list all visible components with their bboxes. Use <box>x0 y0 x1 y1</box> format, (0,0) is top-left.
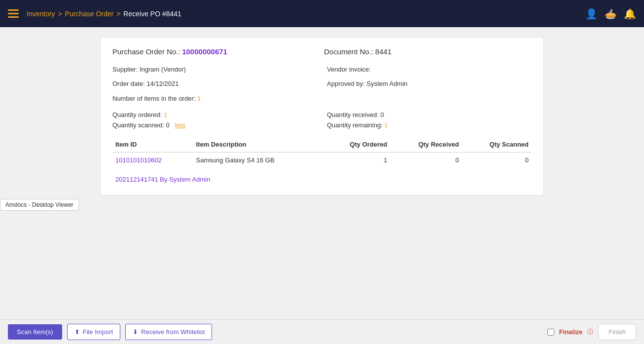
table-row: 1010101010602 Samsung Galaxy S4 16 GB 1 … <box>112 153 532 168</box>
cell-qty-ordered: 1 <box>323 153 391 168</box>
breadcrumb-inventory[interactable]: Inventory <box>27 10 55 18</box>
header: Inventory > Purchase Order > Receive PO … <box>0 0 644 27</box>
approved-by-label: Approved by: <box>327 80 365 87</box>
upload-icon: ⬆ <box>74 328 80 336</box>
breadcrumb: Inventory > Purchase Order > Receive PO … <box>27 10 181 18</box>
cell-item-id[interactable]: 1010101010602 <box>112 153 193 168</box>
approved-by-row: Approved by: System Admin <box>327 78 532 89</box>
doc-number-label: Document No.: <box>324 47 373 56</box>
approved-by-value-text: System Admin <box>366 80 407 87</box>
hamburger-menu[interactable] <box>8 9 19 18</box>
items-count-val-text: 1 <box>197 95 201 102</box>
qty-remaining-row: Quantity remaining: 1 <box>327 121 532 129</box>
doc-number-value: 8441 <box>375 47 392 56</box>
table-header-row: Item ID Item Description Qty Ordered Qty… <box>112 137 532 153</box>
items-count-row: Number of items in the order: 1 <box>112 93 317 104</box>
finish-button[interactable]: Finish <box>598 324 636 340</box>
col-item-id: Item ID <box>112 137 193 153</box>
item-id-link[interactable]: 1010101010602 <box>115 156 162 164</box>
items-table: Item ID Item Description Qty Ordered Qty… <box>112 137 532 168</box>
qty-received-val-text: 0 <box>380 111 384 118</box>
qty-received-row: Quantity received: 0 <box>327 111 532 118</box>
qty-remaining-val-text: 1 <box>384 121 388 129</box>
doc-number-section: Document No.: 8441 <box>324 47 532 56</box>
order-date-label: Order date: <box>112 80 145 87</box>
breadcrumb-sep1: > <box>58 10 62 18</box>
receive-whitelist-button[interactable]: ⬇ Receive from Whitelist <box>125 324 212 340</box>
po-card-header: Purchase Order No.: 10000000671 Document… <box>112 47 532 56</box>
chart-icon[interactable]: 🥧 <box>605 8 617 20</box>
qty-ordered-label: Quantity ordered: <box>112 111 162 118</box>
col-item-desc: Item Description <box>193 137 323 153</box>
user-icon[interactable]: 👤 <box>585 8 598 20</box>
qty-ordered-val-text: 1 <box>164 111 167 118</box>
qty-received-label: Quantity received: <box>327 111 379 118</box>
info-section: Supplier: Ingram (Vendor) Vendor invoice… <box>112 64 532 104</box>
supplier-label: Supplier: <box>112 66 138 73</box>
po-number-value: 10000000671 <box>182 47 227 56</box>
tooltip-box: Amdocs - Desktop Viewer <box>0 199 79 211</box>
finalize-info-icon[interactable]: ⓘ <box>587 328 593 336</box>
finalize-label: Finalize <box>559 328 583 336</box>
po-number-label: Purchase Order No.: <box>112 47 180 56</box>
col-qty-ordered: Qty Ordered <box>323 137 391 153</box>
qty-scanned-row: Quantity scanned: 0 less <box>112 121 317 129</box>
footer-left: Scan Item(s) ⬆ File Import ⬇ Receive fro… <box>8 324 212 340</box>
vendor-invoice-row: Vendor invoice: <box>327 64 532 75</box>
footer: Scan Item(s) ⬆ File Import ⬇ Receive fro… <box>0 319 644 344</box>
col-qty-received: Qty Received <box>390 137 462 153</box>
vendor-invoice-label: Vendor invoice: <box>327 66 371 73</box>
header-left: Inventory > Purchase Order > Receive PO … <box>8 9 181 18</box>
breadcrumb-purchase-order[interactable]: Purchase Order <box>65 10 114 18</box>
qty-section: Quantity ordered: 1 Quantity received: 0… <box>112 111 532 129</box>
col-qty-scanned: Qty Scanned <box>462 137 532 153</box>
qty-scanned-val-text: 0 <box>166 121 169 129</box>
breadcrumb-current: Receive PO #8441 <box>123 10 181 18</box>
breadcrumb-sep2: > <box>116 10 120 18</box>
qty-scanned-less-link[interactable]: less <box>175 122 185 129</box>
main-content: Purchase Order No.: 10000000671 Document… <box>0 27 644 319</box>
download-icon: ⬇ <box>133 328 138 336</box>
scan-items-button[interactable]: Scan Item(s) <box>8 324 62 340</box>
qty-scanned-label: Quantity scanned: <box>112 121 164 129</box>
order-date-row: Order date: 14/12/2021 <box>112 78 317 89</box>
items-count-label: Number of items in the order: <box>112 95 195 102</box>
file-import-label: File Import <box>83 328 113 336</box>
finalize-checkbox[interactable] <box>547 329 554 336</box>
footer-right: Finalize ⓘ Finish <box>547 324 636 340</box>
receive-whitelist-label: Receive from Whitelist <box>141 328 205 336</box>
cell-item-desc: Samsung Galaxy S4 16 GB <box>193 153 323 168</box>
activity-row[interactable]: 202112141741 By System Admin <box>112 174 532 185</box>
order-date-value-text: 14/12/2021 <box>146 80 179 87</box>
po-card: Purchase Order No.: 10000000671 Document… <box>100 37 544 195</box>
cell-qty-received: 0 <box>390 153 462 168</box>
supplier-value-text: Ingram (Vendor) <box>140 66 186 73</box>
file-import-button[interactable]: ⬆ File Import <box>67 324 120 340</box>
bell-icon[interactable]: 🔔 <box>624 8 636 20</box>
cell-qty-scanned: 0 <box>462 153 532 168</box>
po-number-section: Purchase Order No.: 10000000671 <box>112 47 320 56</box>
supplier-row: Supplier: Ingram (Vendor) <box>112 64 317 75</box>
qty-remaining-label: Quantity remaining: <box>327 121 383 129</box>
qty-ordered-row: Quantity ordered: 1 <box>112 111 317 118</box>
header-right: 👤 🥧 🔔 <box>585 8 636 20</box>
